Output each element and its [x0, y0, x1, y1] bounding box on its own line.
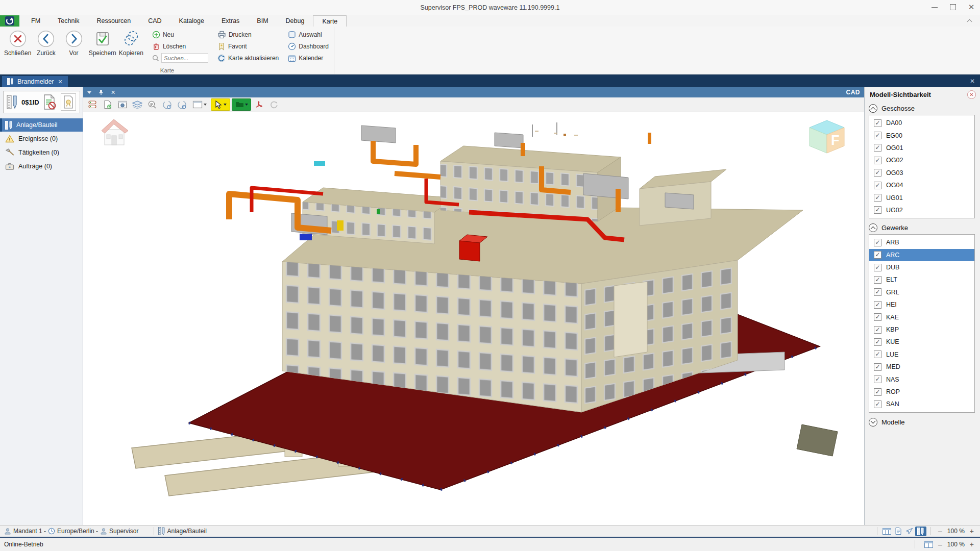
copy-button[interactable]: Kopieren	[118, 29, 144, 57]
minimize-button[interactable]	[931, 4, 938, 11]
back-button[interactable]: Zurück	[33, 29, 59, 57]
checkbox-checked-icon[interactable]: ✓	[874, 264, 881, 271]
grid-view-icon[interactable]	[924, 541, 933, 548]
checkbox-checked-icon[interactable]: ✓	[874, 276, 881, 284]
layer-row-med[interactable]: ✓MED	[869, 361, 974, 373]
menu-tab-kataloge[interactable]: Kataloge	[170, 15, 213, 27]
layer-row-og01[interactable]: ✓OG01	[869, 142, 974, 154]
selection-button[interactable]: Auswahl	[286, 29, 331, 40]
zoom-out-button[interactable]: –	[938, 528, 942, 534]
refresh-map-button[interactable]: Karte aktualisieren	[215, 53, 281, 63]
cad-viewport[interactable]: F	[83, 112, 863, 524]
close-tab-strip-icon[interactable]: ✕	[970, 78, 975, 85]
certificate-button[interactable]	[61, 93, 76, 111]
checkbox-checked-icon[interactable]: ✓	[874, 132, 881, 139]
layer-row-arc[interactable]: ✓ARC	[869, 249, 974, 261]
visibility-section-gewerke[interactable]: Gewerke	[865, 221, 980, 234]
checkbox-checked-icon[interactable]: ✓	[874, 194, 881, 202]
delete-button[interactable]: Löschen	[150, 41, 210, 52]
zoom-in-button[interactable]: +	[970, 528, 974, 534]
menu-tab-cad[interactable]: CAD	[139, 15, 170, 27]
panel-menu-caret-icon[interactable]	[87, 91, 91, 94]
close-panel-icon[interactable]: ✕	[111, 89, 115, 96]
dashboard-button[interactable]: Dashboard	[286, 41, 331, 52]
sidebar-item-taetigkeiten[interactable]: Tätigkeiten (0)	[0, 146, 83, 159]
checkbox-checked-icon[interactable]: ✓	[874, 206, 881, 214]
layer-row-og02[interactable]: ✓OG02	[869, 154, 974, 166]
menu-tab-karte[interactable]: Karte	[313, 15, 347, 27]
layers-button[interactable]	[131, 98, 144, 111]
menu-tab-debug[interactable]: Debug	[277, 15, 313, 27]
checkbox-checked-icon[interactable]: ✓	[874, 182, 881, 189]
menu-tab-fm[interactable]: FM	[22, 15, 49, 27]
pin-icon[interactable]	[99, 89, 104, 95]
maximize-button[interactable]	[949, 4, 957, 11]
component-view-button[interactable]	[915, 527, 926, 536]
checkbox-checked-icon[interactable]: ✓	[874, 157, 881, 164]
close-tab-icon[interactable]: ✕	[58, 79, 63, 85]
layer-row-ug01[interactable]: ✓UG01	[869, 191, 974, 204]
layer-row-kae[interactable]: ✓KAE	[869, 311, 974, 323]
layer-row-kbp[interactable]: ✓KBP	[869, 323, 974, 336]
layer-row-da00[interactable]: ✓DA00	[869, 117, 974, 129]
pdf-export-button[interactable]	[253, 98, 266, 111]
checkbox-checked-icon[interactable]: ✓	[874, 363, 881, 371]
save-button[interactable]: Speichern	[89, 29, 116, 57]
close-button[interactable]: Schließen	[4, 29, 31, 57]
checkbox-checked-icon[interactable]: ✓	[874, 119, 881, 127]
menu-tab-extras[interactable]: Extras	[213, 15, 248, 27]
table-view-button[interactable]	[881, 527, 893, 536]
zoom-in-button[interactable]: +	[970, 541, 974, 547]
visibility-section-geschosse[interactable]: Geschosse	[865, 102, 980, 115]
layer-row-kue[interactable]: ✓KUE	[869, 336, 974, 348]
zoom-extents-button[interactable]	[145, 98, 159, 111]
search-input[interactable]	[161, 53, 208, 63]
selection-sets-button[interactable]	[86, 98, 100, 111]
layer-row-hei[interactable]: ✓HEI	[869, 298, 974, 311]
sidebar-item-auftraege[interactable]: Aufträge (0)	[0, 160, 83, 173]
collapse-ribbon-button[interactable]	[967, 19, 973, 23]
close-window-button[interactable]: ✕	[968, 4, 975, 11]
orientation-cube[interactable]: F	[810, 120, 844, 153]
document-view-button[interactable]	[893, 527, 904, 536]
visibility-section-modelle[interactable]: Modelle	[865, 416, 980, 429]
checkbox-checked-icon[interactable]: ✓	[874, 288, 881, 296]
layer-row-nas[interactable]: ✓NAS	[869, 373, 974, 385]
new-view-button[interactable]	[101, 98, 114, 111]
calendar-button[interactable]: Kalender	[286, 53, 331, 63]
zoom-out-button[interactable]: –	[938, 541, 942, 547]
sidebar-item-anlage-bauteil[interactable]: Anlage/Bauteil	[0, 118, 83, 132]
folder-tool-button[interactable]	[232, 98, 251, 111]
checkbox-checked-icon[interactable]: ✓	[874, 400, 881, 408]
layer-row-og03[interactable]: ✓OG03	[869, 167, 974, 179]
pointer-tool-button[interactable]	[211, 98, 230, 111]
menu-tab-ressourcen[interactable]: Ressourcen	[88, 15, 139, 27]
forward-button[interactable]: Vor	[61, 29, 87, 57]
layer-row-rop[interactable]: ✓ROP	[869, 386, 974, 398]
checkbox-checked-icon[interactable]: ✓	[874, 388, 881, 396]
layer-row-ug02[interactable]: ✓UG02	[869, 204, 974, 216]
layer-row-arb[interactable]: ✓ARB	[869, 236, 974, 248]
checkbox-checked-icon[interactable]: ✓	[874, 301, 881, 309]
layer-row-lue[interactable]: ✓LUE	[869, 348, 974, 361]
document-blocked-icon[interactable]	[42, 94, 57, 110]
favorite-button[interactable]: Favorit	[215, 41, 281, 52]
checkbox-checked-icon[interactable]: ✓	[874, 169, 881, 177]
layer-row-elt[interactable]: ✓ELT	[869, 273, 974, 286]
layer-row-og04[interactable]: ✓OG04	[869, 179, 974, 191]
close-panel-button[interactable]: ✕	[967, 90, 976, 99]
print-button[interactable]: Drucken	[215, 29, 281, 40]
window-layout-button[interactable]	[190, 98, 209, 111]
checkbox-checked-icon[interactable]: ✓	[874, 326, 881, 334]
rotate-left-button[interactable]	[175, 98, 188, 111]
layer-row-dub[interactable]: ✓DUB	[869, 261, 974, 273]
app-logo-icon[interactable]	[0, 15, 19, 27]
sidebar-item-ereignisse[interactable]: Ereignisse (0)	[0, 132, 83, 145]
new-button[interactable]: Neu	[150, 29, 210, 40]
rotate-right-button[interactable]	[160, 98, 174, 111]
menu-tab-technik[interactable]: Technik	[49, 15, 88, 27]
layer-row-san[interactable]: ✓SAN	[869, 398, 974, 410]
checkbox-checked-icon[interactable]: ✓	[874, 239, 881, 246]
layer-row-grl[interactable]: ✓GRL	[869, 286, 974, 298]
home-view-icon[interactable]	[102, 119, 128, 145]
